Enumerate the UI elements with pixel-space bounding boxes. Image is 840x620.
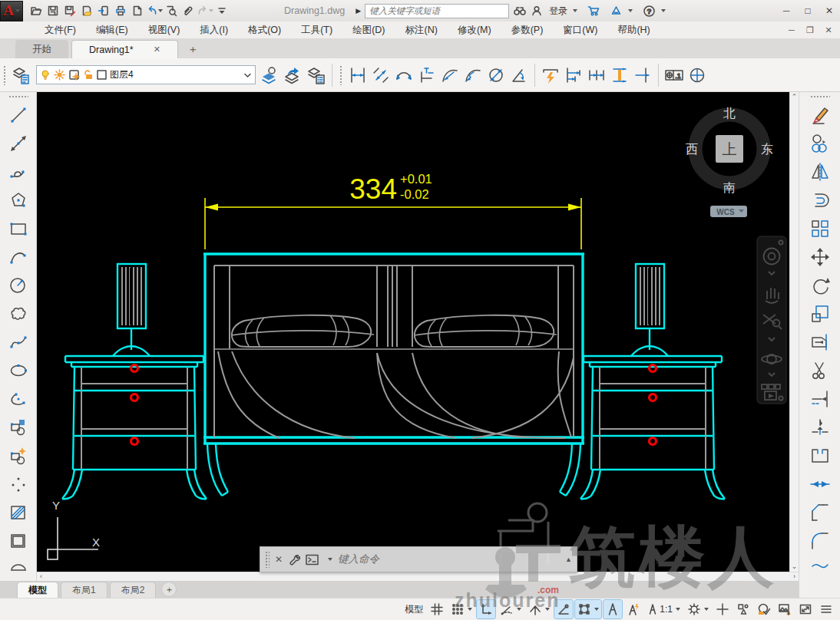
polygon-tool-button[interactable] xyxy=(5,186,32,214)
scale-tool-button[interactable] xyxy=(806,299,834,328)
continue-dimension-button[interactable] xyxy=(585,62,608,88)
ellipse-tool-button[interactable] xyxy=(5,356,32,384)
gradient-tool-button[interactable] xyxy=(5,526,32,555)
trim-tool-button[interactable] xyxy=(806,356,834,384)
customize-wrench-icon[interactable] xyxy=(288,553,300,566)
crosshair-button[interactable] xyxy=(713,600,732,618)
revision-cloud-tool-button[interactable] xyxy=(5,299,32,328)
isometric-drafting-button[interactable] xyxy=(526,600,552,618)
scroll-right-icon[interactable]: › xyxy=(793,573,795,580)
ortho-mode-button[interactable] xyxy=(477,600,495,618)
angular-dimension-button[interactable] xyxy=(508,62,531,88)
menu-tools[interactable]: 工具(T) xyxy=(301,24,332,37)
model-space-button[interactable]: 模型 xyxy=(402,600,425,618)
quick-dimension-button[interactable] xyxy=(539,62,562,88)
linear-dimension-button[interactable] xyxy=(346,62,369,88)
annotation-visibility-button[interactable] xyxy=(604,600,622,618)
new-tab-button[interactable]: ＋ xyxy=(184,41,201,58)
plot-preview-button[interactable] xyxy=(163,2,180,19)
drawing-canvas[interactable]: 334 +0.01 -0.02 xyxy=(37,92,789,572)
radius-dimension-button[interactable] xyxy=(438,62,461,88)
performance-warning-button[interactable]: ! xyxy=(776,600,794,618)
aligned-dimension-button[interactable] xyxy=(369,62,392,88)
print-button[interactable] xyxy=(112,2,129,19)
erase-tool-button[interactable] xyxy=(806,101,834,129)
signin-avatar-icon[interactable] xyxy=(531,5,543,17)
tab-layout1[interactable]: 布局1 xyxy=(61,582,107,598)
bed-elevation[interactable] xyxy=(203,254,584,496)
ucs-icon[interactable]: Y X xyxy=(48,499,100,559)
dimension-break-button[interactable] xyxy=(631,62,654,88)
doc-minimize-button[interactable]: ─ xyxy=(783,23,800,37)
circle-tool-button[interactable] xyxy=(5,271,32,299)
command-line-close-icon[interactable]: ✕ xyxy=(275,554,283,565)
arc-length-dimension-button[interactable] xyxy=(392,62,415,88)
chevron-down-icon[interactable] xyxy=(468,608,472,611)
redo-button[interactable] xyxy=(197,2,213,19)
doc-close-button[interactable]: ✕ xyxy=(820,23,837,37)
tab-layout2[interactable]: 布局2 xyxy=(110,582,157,598)
combo-chevron-icon[interactable] xyxy=(243,72,252,78)
app-logo-button[interactable]: A xyxy=(0,1,23,21)
layer-combo[interactable]: 图层4 xyxy=(36,65,256,84)
menu-file[interactable]: 文件(F) xyxy=(45,24,76,37)
command-line[interactable]: ✕ 键入命令 ▲ xyxy=(260,546,577,572)
vertical-scrollbar[interactable]: ⌃ ⌄ xyxy=(789,92,799,572)
scroll-down-icon[interactable]: ⌄ xyxy=(792,563,798,570)
a360-icon[interactable] xyxy=(610,5,623,17)
scroll-up-icon[interactable]: ⌃ xyxy=(792,94,798,101)
hatch-tool-button[interactable] xyxy=(5,498,32,526)
mirror-tool-button[interactable] xyxy=(806,157,834,186)
workspace-switching-button[interactable] xyxy=(685,600,711,618)
doc-restore-button[interactable]: ❐ xyxy=(802,23,819,37)
menu-help[interactable]: 帮助(H) xyxy=(617,24,650,37)
polar-tracking-button[interactable] xyxy=(498,600,524,618)
join-tool-button[interactable] xyxy=(806,470,834,498)
menu-window[interactable]: 窗口(W) xyxy=(563,24,597,37)
store-cart-icon[interactable] xyxy=(587,5,601,17)
spline-tool-button[interactable] xyxy=(5,328,32,356)
break-tool-button[interactable] xyxy=(806,441,834,470)
new-layout-button[interactable]: ＋ xyxy=(161,582,177,597)
chevron-down-icon[interactable] xyxy=(628,9,633,12)
annotation-autoscale-button[interactable] xyxy=(624,600,643,618)
save-button[interactable] xyxy=(45,2,61,19)
jogged-dimension-button[interactable] xyxy=(461,62,484,88)
layer-panel-button[interactable] xyxy=(10,62,33,88)
menu-view[interactable]: 视图(V) xyxy=(148,24,180,37)
annotation-scale-button[interactable]: 1:1 xyxy=(645,600,683,618)
open-button[interactable] xyxy=(28,2,45,19)
search-expand-icon[interactable]: ▶ xyxy=(356,7,361,15)
menu-draw[interactable]: 绘图(D) xyxy=(352,24,385,37)
polyline-tool-button[interactable] xyxy=(5,157,32,186)
ellipse-arc-tool-button[interactable] xyxy=(5,384,32,413)
baseline-dimension-button[interactable] xyxy=(562,62,585,88)
chevron-down-icon[interactable] xyxy=(661,9,666,12)
object-snap-tracking-button[interactable] xyxy=(554,600,573,618)
undo-button[interactable] xyxy=(146,2,163,19)
chevron-down-icon[interactable] xyxy=(545,608,550,611)
rectangle-tool-button[interactable] xyxy=(5,214,32,242)
toolbar-grip[interactable] xyxy=(3,65,7,85)
fillet-tool-button[interactable] xyxy=(806,526,834,555)
menu-insert[interactable]: 插入(I) xyxy=(200,24,228,37)
menu-modify[interactable]: 修改(M) xyxy=(458,24,491,37)
make-object-layer-current-button[interactable] xyxy=(259,62,282,88)
chevron-down-icon[interactable] xyxy=(676,608,680,611)
construction-line-tool-button[interactable] xyxy=(5,129,32,157)
ordinate-dimension-button[interactable] xyxy=(415,62,438,88)
extend-tool-button[interactable] xyxy=(806,384,834,413)
search-input[interactable] xyxy=(365,4,509,18)
viewcube[interactable]: 上 北 南 西 东 xyxy=(686,107,773,194)
chevron-down-icon[interactable] xyxy=(573,9,577,12)
batch-plot-button[interactable] xyxy=(78,2,95,19)
wcs-dropdown[interactable]: WCS xyxy=(710,206,747,217)
break-at-point-tool-button[interactable] xyxy=(806,413,834,441)
command-line-grip[interactable] xyxy=(265,551,270,568)
toolbar-grip[interactable] xyxy=(8,95,28,99)
copy-tool-button[interactable] xyxy=(806,129,834,157)
toolbar-grip[interactable] xyxy=(810,95,830,99)
array-tool-button[interactable] xyxy=(806,214,834,242)
hardware-acceleration-button[interactable] xyxy=(755,600,773,618)
chamfer-tool-button[interactable] xyxy=(806,498,834,526)
